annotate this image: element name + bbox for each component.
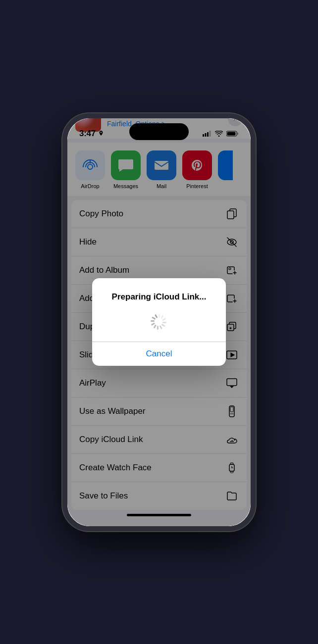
modal-cancel-button[interactable]: Cancel (102, 342, 216, 366)
modal-overlay: Preparing iCloud Link... (67, 118, 251, 526)
modal-box: Preparing iCloud Link... (92, 278, 226, 366)
phone-frame: 3:47 (62, 113, 256, 531)
modal-title: Preparing iCloud Link... (102, 292, 216, 302)
spinner-container (102, 314, 216, 330)
spinner (151, 314, 167, 330)
screen: 3:47 (67, 118, 251, 526)
